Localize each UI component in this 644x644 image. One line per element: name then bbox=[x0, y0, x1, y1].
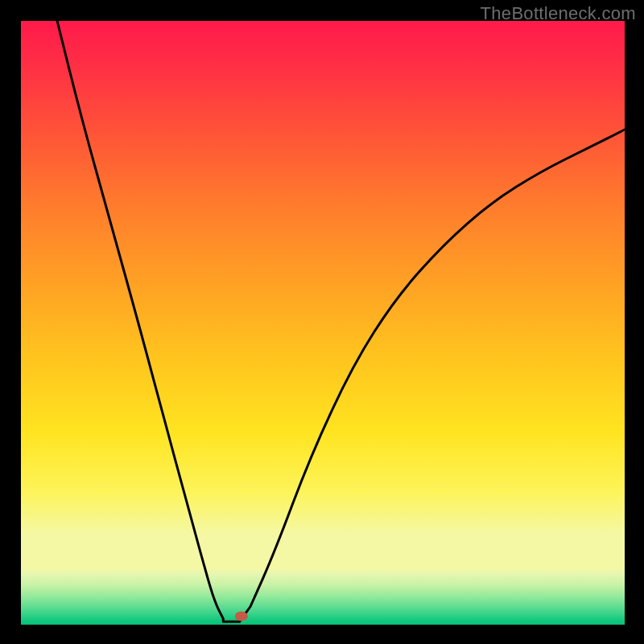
chart-svg bbox=[21, 21, 625, 625]
gradient-background bbox=[21, 21, 625, 625]
chart-plot-area bbox=[21, 21, 625, 625]
marker-dot bbox=[235, 612, 248, 621]
chart-frame: TheBottleneck.com bbox=[0, 0, 644, 644]
